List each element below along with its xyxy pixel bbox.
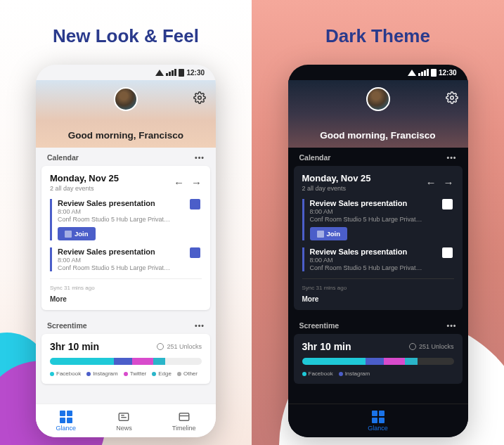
calendar-label: Calendar: [47, 153, 79, 162]
prev-day-icon[interactable]: ←: [174, 176, 184, 188]
teams-join-icon: [317, 231, 324, 238]
screentime-card: 3hr 10 min 251 Unlocks FacebookInstagram: [294, 334, 463, 384]
battery-icon: [431, 69, 437, 77]
gear-icon[interactable]: [446, 91, 458, 104]
status-bar: 12:30: [288, 65, 468, 80]
teams-icon: [442, 199, 453, 209]
header: Good morning, Francisco: [288, 80, 468, 148]
nav-timeline[interactable]: Timeline: [172, 411, 196, 432]
status-bar: 12:30: [36, 65, 216, 80]
headline-right: Dark Theme: [252, 25, 504, 47]
sync-status: Sync 31 mins ago: [302, 278, 454, 291]
teams-icon: [442, 247, 453, 258]
allday-count: 2 all day events: [302, 185, 371, 192]
calendar-card: Monday, Nov 25 2 all day events ← → Revi…: [41, 166, 210, 310]
calendar-date: Monday, Nov 25: [50, 173, 119, 183]
prev-day-icon[interactable]: ←: [426, 176, 437, 188]
status-time: 12:30: [439, 69, 457, 77]
wifi-icon: [155, 70, 164, 76]
bottom-nav: Glance News Timeline: [36, 404, 216, 437]
calendar-label: Calendar: [299, 153, 331, 162]
teams-icon: [190, 247, 200, 258]
more-link[interactable]: More: [50, 295, 202, 303]
calendar-event[interactable]: Review Sales presentation 8:00 AM Conf R…: [50, 247, 202, 271]
next-day-icon[interactable]: →: [444, 176, 454, 188]
calendar-menu-icon[interactable]: •••: [446, 153, 456, 162]
allday-count: 2 all day events: [50, 185, 119, 192]
unlock-count: 251 Unlocks: [409, 343, 454, 350]
headline-left: New Look & Feel: [0, 25, 252, 47]
greeting: Good morning, Francisco: [36, 130, 216, 141]
more-link[interactable]: More: [302, 295, 454, 303]
screentime-card: 3hr 10 min 251 Unlocks FacebookInstagram…: [41, 334, 210, 384]
glance-icon: [60, 411, 72, 423]
avatar[interactable]: [366, 87, 390, 111]
fingerprint-icon: [157, 343, 164, 350]
status-time: 12:30: [186, 69, 205, 77]
avatar[interactable]: [114, 87, 138, 111]
glance-icon: [372, 411, 385, 423]
screentime-total: 3hr 10 min: [50, 341, 99, 352]
greeting: Good morning, Francisco: [288, 130, 468, 141]
nav-glance[interactable]: Glance: [368, 411, 388, 432]
calendar-event[interactable]: Review Sales presentation 8:00 AM Conf R…: [302, 247, 454, 271]
news-icon: [117, 411, 130, 423]
signal-icon: [166, 69, 176, 76]
phone-light: 12:30 Good morning, Francisco Calendar •…: [36, 65, 216, 437]
header: Good morning, Francisco: [36, 80, 216, 148]
timeline-icon: [178, 411, 190, 423]
calendar-event[interactable]: Review Sales presentation 8:00 AM Conf R…: [50, 199, 202, 240]
signal-icon: [418, 69, 429, 76]
next-day-icon[interactable]: →: [191, 176, 202, 188]
svg-point-6: [450, 96, 453, 100]
wifi-icon: [408, 70, 416, 76]
calendar-event[interactable]: Review Sales presentation 8:00 AM Conf R…: [302, 199, 454, 240]
svg-point-0: [198, 96, 202, 100]
calendar-card: Monday, Nov 25 2 all day events ← → Revi…: [294, 166, 463, 310]
calendar-menu-icon[interactable]: •••: [195, 153, 205, 162]
teams-join-icon: [65, 231, 72, 238]
nav-news[interactable]: News: [116, 411, 132, 432]
svg-rect-4: [179, 413, 189, 420]
join-button[interactable]: Join: [58, 227, 96, 240]
nav-glance[interactable]: Glance: [56, 411, 77, 432]
phone-dark: 12:30 Good morning, Francisco Calendar •…: [288, 65, 468, 437]
screentime-legend: FacebookInstagramTwitterEdgeOther: [50, 370, 202, 377]
battery-icon: [179, 69, 184, 77]
gear-icon[interactable]: [193, 91, 206, 104]
screentime-legend: FacebookInstagram: [302, 370, 454, 377]
screentime-bar: [302, 358, 454, 365]
bottom-nav: Glance: [288, 404, 468, 437]
sync-status: Sync 31 mins ago: [50, 278, 202, 291]
screentime-bar: [50, 358, 202, 365]
unlock-count: 251 Unlocks: [157, 343, 202, 350]
screentime-menu-icon[interactable]: •••: [195, 321, 205, 330]
screentime-menu-icon[interactable]: •••: [446, 321, 456, 330]
teams-icon: [190, 199, 200, 209]
fingerprint-icon: [409, 343, 416, 350]
screentime-total: 3hr 10 min: [302, 341, 351, 352]
calendar-date: Monday, Nov 25: [302, 173, 371, 183]
join-button[interactable]: Join: [310, 227, 348, 240]
screentime-label: Screentime: [47, 321, 87, 330]
screentime-label: Screentime: [299, 321, 340, 330]
